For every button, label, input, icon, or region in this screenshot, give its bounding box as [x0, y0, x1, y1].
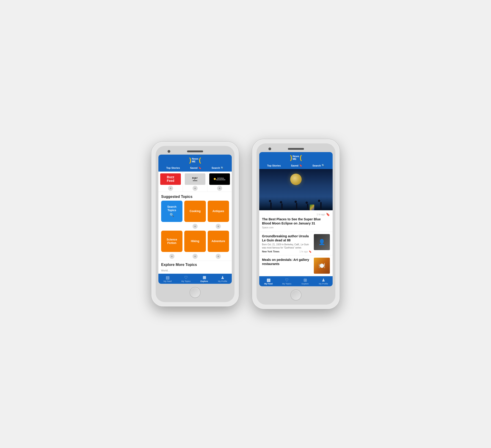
- logo-bracket-right-feed: (: [300, 154, 302, 161]
- logo-text: News ME: [192, 157, 198, 163]
- phone-feed: ) News ME ( Top Stories Saved 🔖: [252, 139, 340, 309]
- home-button[interactable]: [189, 287, 201, 298]
- antiques-topic-button[interactable]: Antiques: [208, 201, 229, 222]
- source-buzzfeed[interactable]: BuzzFeed +: [158, 172, 183, 192]
- moon-bookmark[interactable]: 🔖: [326, 212, 330, 216]
- bookmark-nav-icon: 🔖: [198, 166, 201, 169]
- app-logo-feed: ) News ME (: [290, 154, 302, 161]
- ursula-body: Groundbreaking author Ursula Le Guin dea…: [262, 234, 312, 253]
- logo-bracket-left-feed: ): [290, 154, 292, 161]
- search-topics-label: SearchTopics: [167, 205, 177, 212]
- tab-my-profile-2[interactable]: ♟ My Profile: [317, 278, 330, 285]
- logo-bracket-left: ): [189, 157, 191, 163]
- logo-news: News: [192, 157, 198, 160]
- add-npr-button[interactable]: +: [193, 186, 198, 191]
- source-npr[interactable]: npr news +: [183, 172, 208, 192]
- meals-headline: Meals on pedestals: Art gallery restaura…: [262, 258, 312, 266]
- add-cooking-button[interactable]: +: [193, 224, 198, 229]
- article-ursula[interactable]: Groundbreaking author Ursula Le Guin dea…: [259, 232, 333, 255]
- logo-me-feed: ME: [293, 158, 299, 160]
- explore-tab-icon-2: ⊞: [303, 278, 307, 282]
- antiques-label: Antiques: [212, 210, 224, 213]
- search-nav-icon-feed: 🔍: [321, 164, 325, 167]
- nav-top-stories-label: Top Stories: [166, 166, 180, 169]
- hero-image: [259, 169, 333, 210]
- tab-my-feed[interactable]: ▤ My Feed: [161, 275, 174, 283]
- home-button-2[interactable]: [290, 290, 302, 301]
- cooking-topic-button[interactable]: Cooking: [184, 201, 206, 222]
- app-logo: ) News ME (: [189, 157, 201, 163]
- meals-thumbnail: 🍽️: [314, 258, 330, 274]
- adventure-topic-button[interactable]: Adventure: [208, 231, 229, 252]
- app-nav-feed: Top Stories Saved 🔖 Search 🔍: [262, 163, 330, 169]
- screen-feed: ) News ME ( Top Stories Saved 🔖: [259, 152, 333, 286]
- explore-tab-label-2: Explore: [302, 283, 309, 285]
- logo-news-feed: News: [293, 155, 299, 158]
- search-topics-icon: 🔍: [170, 213, 174, 217]
- scifi-topic-button[interactable]: ScienceFiction: [161, 231, 182, 252]
- profile-tab-icon: ♟: [221, 275, 224, 280]
- feed-tab-icon: ▤: [166, 275, 170, 280]
- adventure-label: Adventure: [212, 240, 225, 243]
- add-natgeo-button[interactable]: +: [217, 186, 222, 191]
- search-topics-button[interactable]: SearchTopics 🔍: [161, 201, 182, 222]
- topic-cell-antiques: Antiques +: [208, 201, 229, 229]
- search-nav-icon: 🔍: [221, 166, 224, 169]
- moon-source: Space.com: [262, 226, 330, 229]
- feed-tab-label: My Feed: [163, 280, 171, 283]
- explore-tab-label: Explore: [200, 280, 208, 283]
- add-scifi-button[interactable]: +: [170, 254, 174, 259]
- tab-my-topics[interactable]: ♡ My Topics: [179, 275, 193, 283]
- nav-top-stories-feed[interactable]: Top Stories: [265, 163, 283, 169]
- buzzfeed-logo: BuzzFeed: [160, 173, 181, 185]
- nav-search[interactable]: Search 🔍: [210, 165, 226, 172]
- tab-my-topics-2[interactable]: ♡ My Topics: [280, 278, 294, 285]
- suggested-topics-title: Suggested Topics: [158, 192, 232, 201]
- add-antiques-button[interactable]: +: [216, 224, 221, 229]
- topic-cell-hiking: Hiking +: [184, 231, 206, 259]
- article-meals[interactable]: Meals on pedestals: Art gallery restaura…: [259, 255, 333, 276]
- tab-my-feed-2[interactable]: ▤ My Feed: [262, 278, 275, 285]
- moon-meta-row: 1 hr ago 🔖: [262, 212, 330, 216]
- speaker: [187, 150, 203, 152]
- article-moon[interactable]: 1 hr ago 🔖 The Best Places to See the Su…: [259, 210, 333, 232]
- hiking-topic-button[interactable]: Hiking: [184, 231, 206, 252]
- meals-body: Meals on pedestals: Art gallery restaura…: [262, 258, 312, 274]
- source-strip: BuzzFeed + npr news + 🟡: [158, 172, 232, 192]
- ursula-time: 1 hr ago: [299, 250, 308, 253]
- logo-bracket-right: (: [199, 157, 201, 163]
- add-hiking-button[interactable]: +: [193, 254, 198, 259]
- add-buzzfeed-button[interactable]: +: [168, 186, 173, 191]
- add-adventure-button[interactable]: +: [216, 254, 221, 259]
- moon-headline: The Best Places to See the Super Blue Bl…: [262, 217, 330, 225]
- ursula-bookmark[interactable]: 🔖: [309, 250, 312, 253]
- profile-tab-label-2: My Profile: [319, 283, 328, 285]
- feed-tab-label-2: My Feed: [264, 283, 273, 285]
- logo-text-feed: News ME: [293, 155, 299, 160]
- food-photo: 🍽️: [314, 258, 330, 274]
- logo-row: ) News ME (: [161, 157, 229, 165]
- tab-explore[interactable]: ⊞ Explore: [197, 275, 211, 283]
- nav-saved-feed[interactable]: Saved 🔖: [289, 163, 304, 169]
- nav-top-stories[interactable]: Top Stories: [164, 165, 182, 172]
- logo-me: ME: [192, 160, 198, 163]
- nav-saved[interactable]: Saved 🔖: [188, 165, 203, 172]
- natgeo-logo: 🟡 NATIONALGEOGRAPHIC: [209, 173, 230, 185]
- tab-bar-explore: ▤ My Feed ♡ My Topics ⊞ Explore ♟ My Pro…: [158, 274, 232, 284]
- moon-visual: [290, 174, 302, 185]
- phone-top-bar-2: [259, 146, 333, 152]
- ursula-source: New York Times: [262, 250, 279, 253]
- source-natgeo[interactable]: 🟡 NATIONALGEOGRAPHIC +: [208, 172, 232, 192]
- logo-row-feed: ) News ME (: [262, 154, 330, 163]
- topic-cell-search: SearchTopics 🔍: [161, 201, 182, 229]
- camera-icon: [168, 150, 170, 153]
- tab-my-profile[interactable]: ♟ My Profile: [216, 275, 229, 283]
- nav-search-feed[interactable]: Search 🔍: [311, 163, 327, 169]
- ursula-meta: 1 hr ago 🔖: [299, 250, 312, 253]
- topics-tab-icon: ♡: [184, 275, 188, 280]
- tab-explore-2[interactable]: ⊞ Explore: [298, 278, 312, 285]
- nav-saved-label: Saved: [190, 166, 197, 169]
- topic-cell-adventure: Adventure +: [208, 231, 229, 259]
- tab-bar-feed: ▤ My Feed ♡ My Topics ⊞ Explore ♟ My Pro…: [259, 276, 333, 286]
- ursula-headline: Groundbreaking author Ursula Le Guin dea…: [262, 234, 312, 242]
